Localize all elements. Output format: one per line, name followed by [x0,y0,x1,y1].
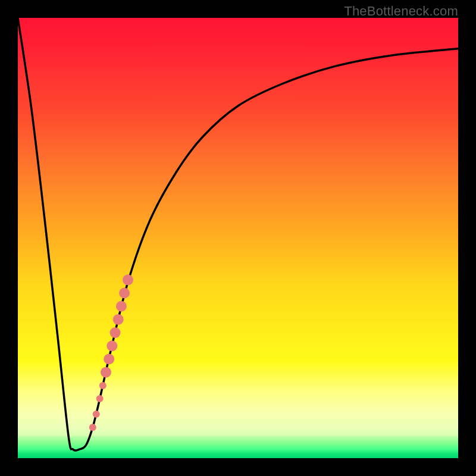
data-point [110,327,121,338]
chart-svg [18,18,458,458]
plot-area [18,18,458,458]
bottleneck-curve [18,18,458,450]
data-point [113,314,124,325]
data-point [119,288,130,299]
chart-frame: TheBottleneck.com [0,0,476,476]
data-point [99,382,107,389]
attribution-text: TheBottleneck.com [344,4,458,19]
data-point [93,411,100,418]
data-point [89,424,96,431]
data-point [116,301,127,312]
data-point [101,367,111,378]
data-point [123,274,133,285]
data-point [96,395,104,402]
data-point [107,340,117,351]
data-point [104,354,114,365]
